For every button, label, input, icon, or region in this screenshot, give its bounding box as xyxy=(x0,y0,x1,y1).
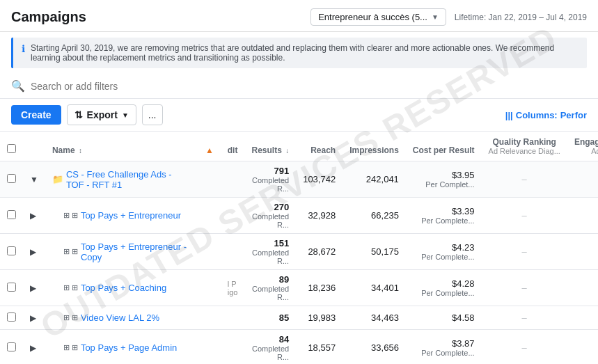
chevron-down-icon: ▼ xyxy=(432,13,439,21)
name-cell: ⊞⊞ Top Pays + Entrepreneur xyxy=(45,198,198,234)
date-range: Lifetime: Jan 22, 2019 – Jul 4, 2019 xyxy=(455,13,587,22)
cost-cell: $4.23 Per Complete... xyxy=(406,234,482,270)
cost-cell: $4.58 xyxy=(406,306,482,330)
expand-button[interactable]: ▼ xyxy=(30,175,38,184)
account-selector[interactable]: Entrepreneur à succès (5... ▼ xyxy=(310,8,446,26)
header-edit-col: dit xyxy=(221,132,245,161)
account-name: Entrepreneur à succès (5... xyxy=(318,12,427,22)
reach-cell: 18,557 xyxy=(296,330,343,365)
toolbar-right: ||| Columns: Perfor xyxy=(505,110,587,120)
grid2-icon: ⊞ xyxy=(72,343,78,352)
results-label: Completed R... xyxy=(251,176,289,193)
engagement-cell: – xyxy=(567,330,598,365)
header-right: Entrepreneur à succès (5... ▼ Lifetime: … xyxy=(310,8,587,26)
expand-button[interactable]: ▶ xyxy=(30,313,36,323)
engagement-cell: – xyxy=(567,198,598,234)
columns-button[interactable]: ||| Columns: Perfor xyxy=(505,110,587,120)
results-cell: 85 xyxy=(244,306,296,330)
expand-button[interactable]: ▶ xyxy=(30,211,36,221)
grid-icon: ⊞ xyxy=(63,211,70,220)
quality-cell: – xyxy=(482,306,567,330)
results-label: Completed R... xyxy=(251,248,289,265)
row-checkbox[interactable] xyxy=(7,312,16,322)
engagement-cell: – xyxy=(567,306,598,330)
cost-label: Per Complete... xyxy=(413,253,475,261)
row-checkbox[interactable] xyxy=(7,283,16,292)
adset-icons: ⊞⊞ xyxy=(63,343,78,352)
table-row: ▶ ⊞⊞ Top Pays + Page Admin 84 Completed … xyxy=(0,330,598,365)
folder-icon: 📁 xyxy=(52,174,63,184)
export-button[interactable]: ⇅ Export ▼ xyxy=(67,104,136,125)
alert-cell xyxy=(198,306,221,330)
header-name[interactable]: Name ↕ xyxy=(45,132,198,161)
adset-name[interactable]: Top Pays + Page Admin xyxy=(81,342,177,353)
cost-label: Per Complet... xyxy=(413,180,475,189)
quality-cell: – xyxy=(482,198,567,234)
quality-cell: – xyxy=(482,234,567,270)
reach-cell: 19,983 xyxy=(296,306,343,330)
row-checkbox-cell xyxy=(0,270,23,306)
expand-button[interactable]: ▶ xyxy=(30,343,36,353)
cost-number: $3.87 xyxy=(413,338,475,349)
grid-icon: ⊞ xyxy=(63,247,70,256)
cost-label: Per Complete... xyxy=(413,216,475,225)
engagement-cell: – xyxy=(567,234,598,270)
name-cell: ⊞⊞ Top Pays + Page Admin xyxy=(45,330,198,365)
expand-button[interactable]: ▶ xyxy=(30,283,36,293)
edit-cell xyxy=(221,306,245,330)
row-checkbox[interactable] xyxy=(7,246,16,255)
header-results[interactable]: Results ↓ xyxy=(244,132,296,161)
alert-cell xyxy=(198,270,221,306)
adset-name[interactable]: Top Pays + Entrepreneur xyxy=(81,210,181,221)
expand-cell: ▶ xyxy=(23,330,45,365)
cost-label: Per Complete... xyxy=(413,349,475,357)
adset-icons: ⊞⊞ xyxy=(63,283,78,292)
banner-text: Starting April 30, 2019, we are removing… xyxy=(31,43,579,63)
header-alert-col: ▲ xyxy=(198,132,221,161)
engagement-cell: – xyxy=(567,161,598,198)
reach-cell: 103,742 xyxy=(296,161,343,198)
results-label: Completed R... xyxy=(251,212,289,229)
adset-icons: ⊞⊞ xyxy=(63,313,78,322)
cost-number: $4.58 xyxy=(413,312,475,323)
page-title: Campaigns xyxy=(11,9,86,25)
results-number: 84 xyxy=(251,334,289,345)
table-row: ▶ ⊞⊞ Video View LAL 2% 85 19,983 34,463 … xyxy=(0,306,598,330)
adset-icons: ⊞⊞ xyxy=(63,211,78,220)
engagement-sublabel: Ad Relevance Diag... xyxy=(574,147,598,155)
row-checkbox-cell xyxy=(0,198,23,234)
row-checkbox-cell xyxy=(0,330,23,365)
cost-cell: $3.39 Per Complete... xyxy=(406,198,482,234)
alert-cell xyxy=(198,161,221,198)
edit-cell: l P igo xyxy=(221,270,245,306)
export-label: Export xyxy=(87,109,118,120)
adset-name[interactable]: Top Pays + Entrepreneur - Copy xyxy=(81,242,191,262)
table-row: ▶ ⊞⊞ Top Pays + Entrepreneur - Copy 151 … xyxy=(0,234,598,270)
select-all-checkbox[interactable] xyxy=(7,144,16,153)
expand-cell: ▶ xyxy=(23,270,45,306)
row-checkbox-cell xyxy=(0,161,23,198)
quality-cell: – xyxy=(482,330,567,365)
cost-cell: $3.95 Per Complet... xyxy=(406,161,482,198)
results-cell: 84 Completed R... xyxy=(244,330,296,365)
expand-button[interactable]: ▶ xyxy=(30,247,36,257)
row-checkbox[interactable] xyxy=(7,342,16,351)
name-cell: ⊞⊞ Top Pays + Entrepreneur - Copy xyxy=(45,234,198,270)
results-number: 791 xyxy=(251,166,289,176)
campaign-name[interactable]: CS - Free Challenge Ads - TOF - RFT #1 xyxy=(66,169,191,190)
name-cell: ⊞⊞ Top Pays + Coaching xyxy=(45,270,198,306)
columns-label: Columns: xyxy=(516,110,558,120)
results-cell: 791 Completed R... xyxy=(244,161,296,198)
more-button[interactable]: ... xyxy=(142,104,163,125)
adset-name[interactable]: Top Pays + Coaching xyxy=(81,283,166,293)
results-cell: 151 Completed R... xyxy=(244,234,296,270)
results-number: 151 xyxy=(251,238,289,248)
search-input[interactable] xyxy=(31,81,587,92)
row-checkbox[interactable] xyxy=(7,210,16,219)
table-row: ▶ ⊞⊞ Top Pays + Entrepreneur 270 Complet… xyxy=(0,198,598,234)
create-button[interactable]: Create xyxy=(11,105,61,125)
adset-name[interactable]: Video View LAL 2% xyxy=(81,312,159,323)
alert-cell xyxy=(198,198,221,234)
row-checkbox[interactable] xyxy=(7,174,16,183)
info-icon: ℹ xyxy=(22,43,25,63)
